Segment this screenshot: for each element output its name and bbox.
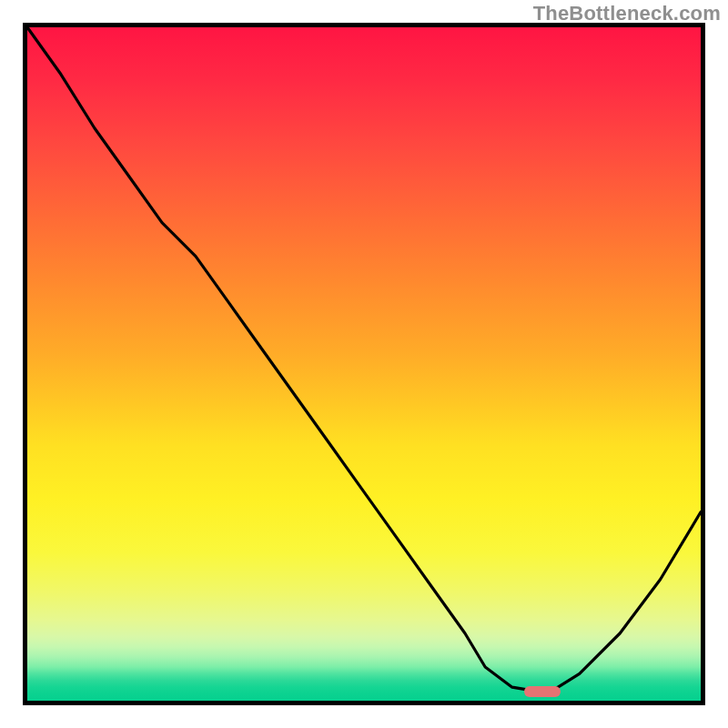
watermark-text: TheBottleneck.com bbox=[533, 2, 721, 25]
bottleneck-curve bbox=[27, 27, 701, 691]
chart-frame: TheBottleneck.com bbox=[0, 0, 728, 728]
optimal-range-marker bbox=[524, 686, 561, 697]
plot-area bbox=[23, 23, 705, 705]
curve-svg bbox=[27, 27, 701, 701]
